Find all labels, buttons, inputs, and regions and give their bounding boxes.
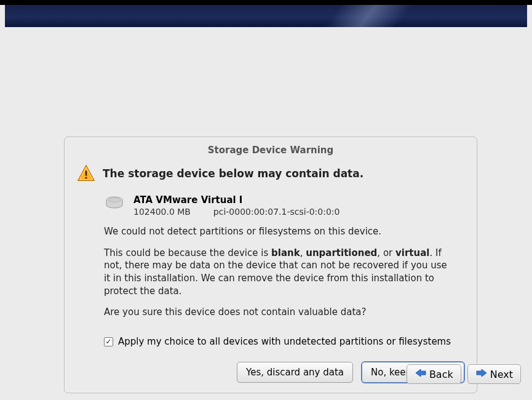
- para-explain: This could be because the device is blan…: [104, 247, 448, 298]
- svg-rect-2: [85, 170, 87, 175]
- device-path: pci-0000:00:07.1-scsi-0:0:0:0: [213, 207, 340, 217]
- apply-all-checkbox-row[interactable]: ✓ Apply my choice to all devices with un…: [104, 336, 464, 347]
- storage-warning-dialog: Storage Device Warning The storage devic…: [64, 137, 477, 393]
- warning-icon: [77, 164, 95, 185]
- back-button[interactable]: Back: [407, 364, 461, 384]
- arrow-left-icon: [415, 368, 427, 380]
- device-block: ATA VMware Virtual I 102400.0 MB pci-000…: [104, 194, 464, 217]
- wizard-nav-buttons: Back Next: [407, 364, 521, 384]
- installer-header-banner: [5, 5, 527, 27]
- device-size: 102400.0 MB: [133, 207, 191, 217]
- heading-row: The storage device below may contain dat…: [77, 164, 464, 185]
- dialog-body-text: We could not detect partitions or filesy…: [104, 225, 464, 319]
- discard-data-button[interactable]: Yes, discard any data: [237, 362, 353, 383]
- harddrive-icon: [104, 196, 125, 214]
- device-name: ATA VMware Virtual I: [133, 194, 339, 206]
- back-label: Back: [429, 369, 453, 380]
- apply-all-checkbox[interactable]: ✓: [104, 337, 113, 346]
- next-label: Next: [490, 369, 513, 380]
- apply-all-label: Apply my choice to all devices with unde…: [118, 336, 451, 347]
- dialog-title: Storage Device Warning: [77, 145, 464, 156]
- device-meta: 102400.0 MB pci-0000:00:07.1-scsi-0:0:0:…: [133, 207, 339, 217]
- svg-point-5: [108, 198, 121, 202]
- device-text: ATA VMware Virtual I 102400.0 MB pci-000…: [133, 194, 339, 217]
- installer-page-body: Storage Device Warning The storage devic…: [5, 27, 527, 395]
- warning-heading: The storage device below may contain dat…: [103, 167, 363, 180]
- arrow-right-icon: [475, 368, 488, 380]
- para-no-partitions: We could not detect partitions or filesy…: [104, 225, 448, 238]
- para-confirm: Are you sure this device does not contai…: [104, 306, 448, 319]
- svg-point-3: [85, 177, 87, 178]
- window-top-border: [0, 0, 532, 5]
- next-button[interactable]: Next: [467, 364, 521, 384]
